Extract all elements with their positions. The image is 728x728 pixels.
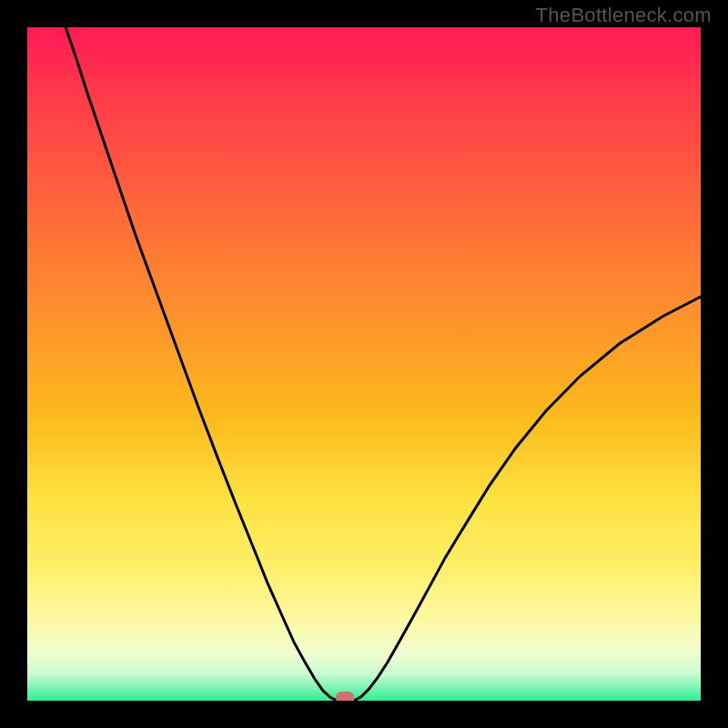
curve-svg <box>27 27 701 701</box>
curve-right-branch <box>355 297 701 700</box>
chart-frame: TheBottleneck.com <box>0 0 728 728</box>
curve-left-branch <box>66 27 336 700</box>
watermark-text: TheBottleneck.com <box>536 4 712 27</box>
bottleneck-marker <box>336 692 354 701</box>
plot-area <box>27 27 701 701</box>
